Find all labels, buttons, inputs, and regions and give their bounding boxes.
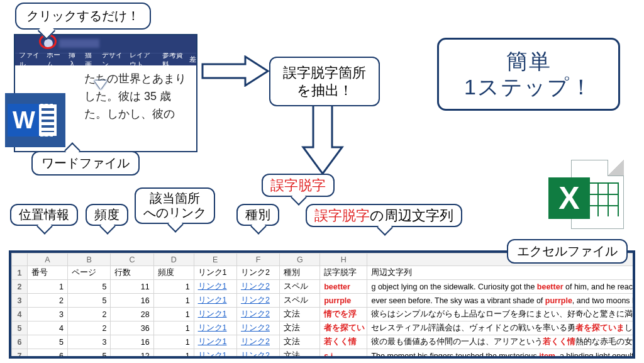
ribbon-tab[interactable]: 描画	[85, 50, 96, 69]
click-only-text: クリックするだけ！	[26, 9, 140, 23]
cell-kind: 文法	[280, 349, 320, 359]
column-letter: H	[320, 254, 367, 266]
excel-file-label: エクセルファイル	[507, 239, 628, 264]
table-row: 542361リンク1リンク2文法者を探ていセレスティアル評議会は、ヴォイドとの戦…	[12, 321, 636, 335]
cell-kind: 文法	[280, 308, 320, 321]
cell-link1[interactable]: リンク1	[194, 321, 236, 335]
header-cell: リンク1	[194, 266, 236, 280]
cell-freq: 1	[153, 335, 194, 349]
callout-kind-text: 種別	[245, 208, 270, 221]
callout-position-text: 位置情報	[19, 208, 69, 221]
row-number: 4	[12, 308, 28, 321]
cell-kind: 文法	[280, 321, 320, 335]
table-row: 432281リンク1リンク2文法情でを浮彼らはシンプルながらも上品なローブを身に…	[12, 308, 636, 321]
cell-kind: スペル	[280, 294, 320, 308]
cell-link2[interactable]: リンク2	[236, 349, 279, 359]
header-cell: ページ	[67, 266, 110, 280]
table-row: 325161リンク1リンク2スペルpurrpleever seen before…	[12, 294, 636, 308]
row-number: 3	[12, 294, 28, 308]
column-letter: G	[280, 254, 320, 266]
cell-typo: 若くく情	[320, 335, 367, 349]
cell-link1[interactable]: リンク1	[194, 349, 236, 359]
ribbon-tab[interactable]: ファイル	[19, 50, 40, 69]
column-letter: C	[111, 254, 153, 266]
header-cell: リンク2	[236, 266, 279, 280]
callout-context-red: 誤字脱字	[314, 208, 370, 223]
cell-typo: s i	[320, 349, 367, 359]
big-line1: 簡単	[464, 48, 593, 74]
cell-num: 1	[28, 280, 68, 294]
header-row: 1番号ページ行数頻度リンク1リンク2種別誤字脱字周辺文字列	[12, 266, 636, 280]
column-letter: A	[28, 254, 68, 266]
cell-context: The moment his fingers touched the myste…	[367, 349, 635, 359]
word-icon: W	[5, 93, 65, 147]
cell-link2[interactable]: リンク2	[236, 294, 279, 308]
callout-link-line2: へのリンク	[143, 206, 206, 220]
cell-context: g object lying on the sidewalk. Curiosit…	[367, 280, 635, 294]
word-body-line: した。彼は 35 歳	[84, 88, 187, 106]
cell-link2[interactable]: リンク2	[236, 308, 279, 321]
arrow-right-icon	[201, 55, 270, 87]
cell-page: 5	[67, 294, 110, 308]
cell-freq: 1	[153, 280, 194, 294]
cell-line: 36	[111, 321, 153, 335]
ribbon-tab[interactable]: 差	[189, 55, 196, 64]
cell-line: 16	[111, 294, 153, 308]
word-icon-lines	[42, 108, 54, 132]
cell-link1[interactable]: リンク1	[194, 294, 236, 308]
cell-link2[interactable]: リンク2	[236, 321, 279, 335]
cell-num: 4	[28, 321, 68, 335]
header-cell: 行数	[111, 266, 153, 280]
word-file-label-text: ワードファイル	[42, 156, 130, 170]
spreadsheet-table: ABCDEFGHIKLM 1番号ページ行数頻度リンク1リンク2種別誤字脱字周辺文…	[11, 253, 635, 359]
cell-page: 5	[67, 280, 110, 294]
cell-line: 12	[111, 349, 153, 359]
column-letter: B	[67, 254, 110, 266]
callout-typo: 誤字脱字	[262, 174, 335, 197]
row-number: 6	[12, 335, 28, 349]
cell-num: 5	[28, 335, 68, 349]
cell-kind: 文法	[280, 335, 320, 349]
header-cell: 種別	[280, 266, 320, 280]
pointer-to-ribbon	[94, 81, 107, 89]
callout-link: 該当箇所 へのリンク	[135, 187, 215, 224]
cell-kind: スペル	[280, 280, 320, 294]
column-letter: F	[236, 254, 279, 266]
callout-context-rest: の周辺文字列	[370, 208, 453, 223]
ribbon-tab[interactable]: レイアウト	[130, 50, 156, 69]
cell-link1[interactable]: リンク1	[194, 335, 236, 349]
cell-typo: purrple	[320, 294, 367, 308]
cell-link2[interactable]: リンク2	[236, 335, 279, 349]
cell-link1[interactable]: リンク1	[194, 280, 236, 294]
cell-line: 16	[111, 335, 153, 349]
cell-link2[interactable]: リンク2	[236, 280, 279, 294]
callout-kind: 種別	[236, 204, 279, 226]
title-blur	[59, 39, 99, 48]
header-cell: 誤字脱字	[320, 266, 367, 280]
excel-fold-icon	[608, 160, 624, 176]
cell-context: ever seen before. The sky was a vibrant …	[367, 294, 635, 308]
cell-page: 3	[67, 335, 110, 349]
column-letter: D	[153, 254, 194, 266]
cell-link1[interactable]: リンク1	[194, 308, 236, 321]
cell-freq: 1	[153, 321, 194, 335]
table-row: 653161リンク1リンク2文法若くく情彼の最も価値ある仲間の一人は、アリアとい…	[12, 335, 636, 349]
ribbon-tab[interactable]: 参考資料	[162, 50, 184, 69]
cell-freq: 1	[153, 308, 194, 321]
ribbon-tab[interactable]: デザイン	[102, 50, 123, 69]
column-letter: E	[194, 254, 236, 266]
cell-num: 6	[28, 349, 68, 359]
excel-grid-icon	[587, 182, 619, 216]
ribbon-tab[interactable]: ホーム	[47, 50, 62, 69]
excel-icon-letter: X	[548, 177, 590, 219]
cell-freq: 1	[153, 294, 194, 308]
column-letter	[12, 254, 28, 266]
header-cell: 頻度	[153, 266, 194, 280]
cell-context: 彼の最も価値ある仲間の一人は、アリアという若くく情熱的な赤毛の女性で、自然界と深…	[367, 335, 635, 349]
ribbon-tab[interactable]: 挿入	[69, 50, 79, 69]
cell-page: 2	[67, 308, 110, 321]
word-file-label: ワードファイル	[31, 151, 140, 176]
spreadsheet: ABCDEFGHIKLM 1番号ページ行数頻度リンク1リンク2種別誤字脱字周辺文…	[9, 250, 635, 359]
click-only-bubble: クリックするだけ！	[15, 3, 151, 30]
cell-line: 28	[111, 308, 153, 321]
